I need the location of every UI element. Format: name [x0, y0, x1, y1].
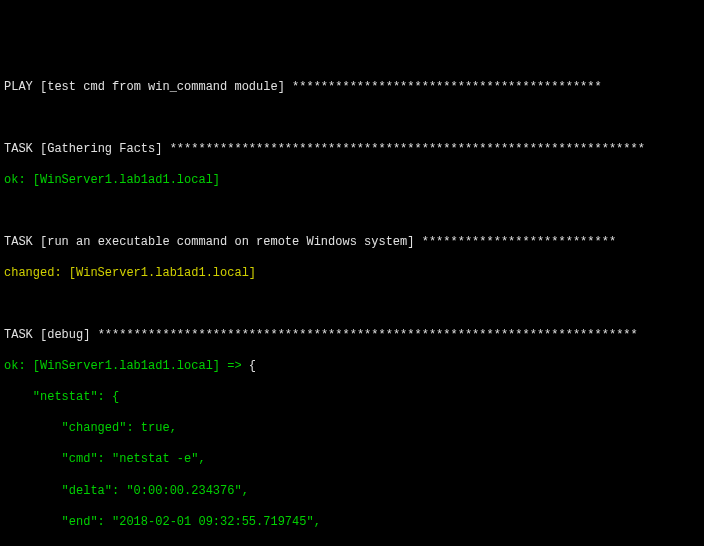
json-line: "delta": "0:00:00.234376",	[4, 484, 700, 500]
json-line: "cmd": "netstat -e",	[4, 452, 700, 468]
task-label: TASK	[4, 142, 33, 156]
json-line: "end": "2018-02-01 09:32:55.719745",	[4, 515, 700, 531]
task-label: TASK	[4, 328, 33, 342]
stars: ****************************************…	[98, 328, 638, 342]
task-desc: [run an executable command on remote Win…	[40, 235, 414, 249]
play-label: PLAY	[4, 80, 33, 94]
stars: ***************************	[422, 235, 616, 249]
terminal-output: PLAY [test cmd from win_command module] …	[4, 64, 700, 546]
play-desc: [test cmd from win_command module]	[40, 80, 285, 94]
task-label: TASK	[4, 235, 33, 249]
task-desc: [Gathering Facts]	[40, 142, 162, 156]
brace: {	[242, 359, 256, 373]
stars: ****************************************…	[170, 142, 645, 156]
stars: ****************************************…	[292, 80, 602, 94]
task-desc: [debug]	[40, 328, 90, 342]
json-line: "changed": true,	[4, 421, 700, 437]
task-status-changed: changed: [WinServer1.lab1ad1.local]	[4, 266, 700, 282]
debug-status: ok: [WinServer1.lab1ad1.local] =>	[4, 359, 242, 373]
task-status-ok: ok: [WinServer1.lab1ad1.local]	[4, 173, 700, 189]
netstat-key: "netstat": {	[4, 390, 700, 406]
